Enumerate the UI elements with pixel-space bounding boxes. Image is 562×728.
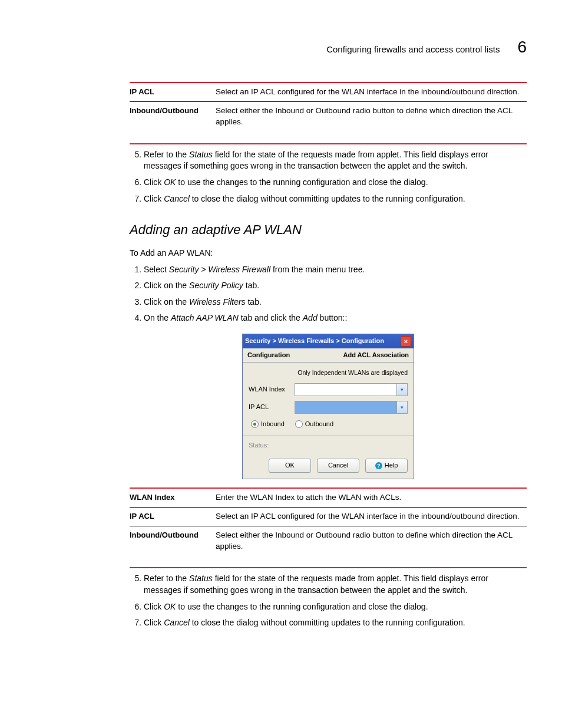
step-item: Click Cancel to close the dialog without… bbox=[144, 193, 527, 205]
running-head: Configuring firewalls and access control… bbox=[326, 43, 500, 55]
step-item: Click on the Wireless Filters tab. bbox=[144, 297, 527, 308]
definition: Select an IP ACL configured for the WLAN… bbox=[216, 508, 527, 526]
radio-label: Outbound bbox=[305, 420, 333, 429]
definition: Enter the WLAN Index to attch the WLAN w… bbox=[216, 489, 527, 507]
cancel-button[interactable]: Cancel bbox=[317, 459, 359, 473]
ip-acl-label: IP ACL bbox=[249, 403, 295, 411]
step-item: Click on the Security Policy tab. bbox=[144, 280, 527, 292]
radio-icon bbox=[251, 420, 259, 428]
radio-icon bbox=[295, 420, 303, 428]
radio-label: Inbound bbox=[261, 420, 285, 429]
step-item: Click OK to use the changes to the runni… bbox=[144, 177, 527, 189]
dialog-titlebar: Security > Wireless Firewalls > Configur… bbox=[243, 334, 414, 348]
steps-main: Select Security > Wireless Firewall from… bbox=[130, 264, 527, 324]
term: Inbound/Outbound bbox=[130, 102, 216, 131]
chevron-down-icon: ▾ bbox=[396, 384, 407, 396]
ip-acl-combo[interactable]: ▾ bbox=[295, 401, 408, 414]
definition: Select either the Inbound or Outbound ra… bbox=[216, 526, 527, 556]
dialog-hint: Only Independent WLANs are displayed bbox=[249, 368, 408, 377]
dialog: Security > Wireless Firewalls > Configur… bbox=[242, 334, 414, 479]
section-intro: To Add an AAP WLAN: bbox=[130, 248, 527, 259]
definition: Select an IP ACL configured for the WLAN… bbox=[216, 83, 527, 101]
term: IP ACL bbox=[130, 508, 216, 526]
radio-outbound[interactable]: Outbound bbox=[295, 420, 333, 429]
term: IP ACL bbox=[130, 83, 216, 101]
chapter-number: 6 bbox=[517, 35, 527, 58]
definition-table-1: IP ACL Select an IP ACL configured for t… bbox=[130, 83, 527, 131]
help-icon: ? bbox=[375, 462, 382, 469]
wlan-index-label: WLAN Index bbox=[249, 385, 295, 394]
step-item: Refer to the Status field for the state … bbox=[144, 149, 527, 172]
tab-configuration[interactable]: Configuration bbox=[243, 348, 295, 362]
definition: Select either the Inbound or Outbound ra… bbox=[216, 102, 527, 131]
dialog-title: Security > Wireless Firewalls > Configur… bbox=[245, 337, 384, 345]
step-item: On the Attach AAP WLAN tab and click the… bbox=[144, 312, 527, 324]
rule-bottom bbox=[130, 567, 527, 568]
close-icon[interactable]: × bbox=[401, 336, 411, 347]
tab-add-acl-association[interactable]: Add ACL Association bbox=[339, 348, 414, 362]
radio-inbound[interactable]: Inbound bbox=[251, 420, 285, 429]
steps-continued-1: Refer to the Status field for the state … bbox=[130, 149, 527, 205]
chevron-down-icon: ▾ bbox=[396, 401, 407, 413]
step-item: Refer to the Status field for the state … bbox=[144, 573, 527, 596]
rule-bottom bbox=[130, 143, 527, 144]
step-item: Click Cancel to close the dialog without… bbox=[144, 617, 527, 629]
ok-button[interactable]: OK bbox=[269, 459, 311, 473]
wlan-index-combo[interactable]: ▾ bbox=[295, 383, 408, 396]
definition-table-2: WLAN Index Enter the WLAN Index to attch… bbox=[130, 489, 527, 556]
term: Inbound/Outbound bbox=[130, 526, 216, 556]
help-button[interactable]: ? Help bbox=[365, 459, 408, 473]
steps-continued-2: Refer to the Status field for the state … bbox=[130, 573, 527, 628]
step-item: Click OK to use the changes to the runni… bbox=[144, 601, 527, 613]
section-heading: Adding an adaptive AP WLAN bbox=[130, 221, 527, 239]
term: WLAN Index bbox=[130, 489, 216, 507]
step-item: Select Security > Wireless Firewall from… bbox=[144, 264, 527, 276]
status-row: Status: bbox=[243, 436, 414, 454]
